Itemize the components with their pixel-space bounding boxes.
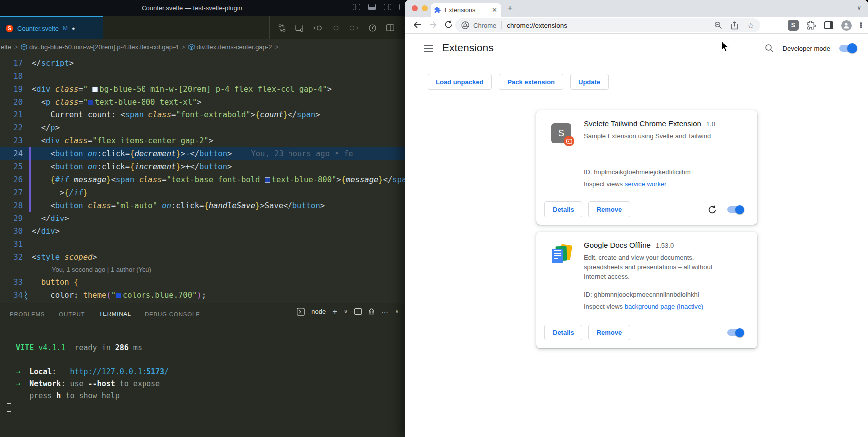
code-line: 23 <div class="flex items-center gap-2"> (0, 134, 414, 147)
extensions-puzzle-icon[interactable] (807, 21, 816, 30)
update-button[interactable]: Update (570, 74, 609, 90)
close-window-button[interactable] (412, 5, 418, 11)
code-line: 32<style scoped> (0, 251, 414, 264)
editor-actions: ⋯ (269, 16, 411, 39)
git-modified-gutter-bar (29, 199, 31, 212)
background-page-link[interactable]: background page (Inactive) (625, 303, 704, 310)
back-icon[interactable] (413, 20, 422, 29)
open-changes-icon[interactable] (278, 24, 286, 32)
nav-back-icon[interactable] (313, 24, 323, 32)
reload-extension-icon[interactable] (708, 205, 717, 214)
svelte-file-icon: S (6, 25, 13, 32)
side-panel-icon[interactable] (824, 21, 833, 29)
code-line: 19<div class=" bg-blue-50 min-w-[20rem] … (0, 83, 414, 96)
load-unpacked-button[interactable]: Load unpacked (428, 74, 492, 90)
line-number: 30 (0, 225, 23, 238)
toggle-secondary-sidebar-icon[interactable] (384, 4, 391, 10)
color-swatch-decorator (88, 100, 93, 105)
share-icon[interactable] (731, 21, 738, 30)
shell-label[interactable]: node (311, 308, 326, 315)
toolbar-right-actions: S ••• (788, 20, 862, 31)
extension-version: 1.0 (706, 120, 715, 128)
nav-current-icon (332, 24, 340, 32)
panel-tab-debug-console[interactable]: DEBUG CONSOLE (145, 311, 200, 322)
forward-icon (429, 20, 437, 29)
url-text[interactable]: chrome://extensions (507, 22, 567, 29)
remove-button[interactable]: Remove (588, 325, 631, 340)
new-terminal-icon[interactable]: + (332, 307, 337, 316)
tab-modified-marker: M (63, 25, 68, 32)
open-preview-icon[interactable] (295, 24, 304, 32)
tab-search-chevron-icon[interactable]: ∨ (857, 4, 861, 11)
pack-extension-button[interactable]: Pack extension (499, 74, 563, 90)
tab-dirty-indicator[interactable]: ● (72, 25, 75, 31)
tab-counter-svelte[interactable]: S Counter.svelte M ● (0, 16, 103, 39)
extension-version: 1.53.0 (656, 242, 674, 249)
menu-hamburger-icon[interactable] (424, 45, 433, 54)
reload-icon[interactable] (444, 20, 453, 29)
extension-id: ID: hnplmcaikgfoehmeiejokedfificiihm (584, 168, 691, 176)
panel-tab-output[interactable]: OUTPUT (59, 311, 85, 322)
panel-tab-problems[interactable]: PROBLEMS (10, 311, 45, 322)
breadcrumb-separator: > (14, 44, 18, 51)
kill-terminal-trash-icon[interactable] (368, 308, 375, 315)
breadcrumb-node-outer-div[interactable]: div..bg-blue-50.min-w-[20rem].p-4.flex.f… (21, 43, 179, 51)
pinned-svelte-extension-icon[interactable]: S (788, 20, 799, 31)
line-number: 32 (0, 251, 23, 264)
omnibox-divider (501, 21, 502, 29)
git-codelens[interactable]: You, 1 second ago | 1 author (You) (0, 264, 414, 276)
terminal-output[interactable]: VITE v4.1.1 ready in 286 ms → Local: htt… (0, 322, 414, 414)
terminal-cursor (7, 403, 11, 412)
git-modified-gutter-bar (29, 147, 31, 160)
line-number: 17 (0, 57, 23, 70)
line-number: 23 (0, 134, 23, 147)
extensions-header: Extensions Developer mode (405, 34, 868, 63)
service-worker-link[interactable]: service worker (625, 180, 667, 188)
chrome-menu-icon[interactable]: ••• (860, 22, 862, 28)
breadcrumb-node-inner-div[interactable]: div.flex.items-center.gap-2 (188, 43, 272, 51)
site-label: Chrome (473, 22, 496, 29)
extension-name-row: Google Docs Offline1.53.0 (584, 241, 674, 249)
details-button[interactable]: Details (544, 325, 582, 340)
terminal-dropdown-icon[interactable]: ∨ (344, 309, 348, 314)
code-editor[interactable]: 17</script>1819<div class=" bg-blue-50 m… (0, 57, 414, 303)
timeline-run-icon[interactable] (368, 24, 377, 32)
extension-enabled-toggle[interactable] (727, 206, 743, 213)
toggle-sidebar-icon[interactable] (353, 4, 360, 10)
chrome-tab-strip: Extensions ✕ + ∨ (405, 0, 868, 17)
extension-name: Google Docs Offline (584, 241, 651, 249)
terminal-line (7, 354, 414, 366)
panel-tab-terminal[interactable]: TERMINAL (99, 311, 131, 322)
color-swatch-decorator (116, 293, 121, 298)
omnibox[interactable]: Chrome chrome://extensions ☆ (455, 18, 760, 32)
maximize-panel-icon[interactable]: ∧ (395, 309, 399, 314)
line-number: 29 (0, 212, 23, 225)
extensions-favicon-puzzle-icon (434, 7, 441, 14)
new-tab-button[interactable]: + (507, 3, 513, 14)
search-icon[interactable] (765, 44, 774, 53)
bookmark-star-icon[interactable]: ☆ (747, 21, 754, 30)
line-number: 34 (0, 289, 23, 302)
line-number: 18 (0, 70, 23, 83)
line-number: 19 (0, 83, 23, 96)
code-line: 22 </p> (0, 121, 414, 134)
symbol-cube-icon (188, 44, 195, 50)
split-terminal-icon[interactable] (354, 308, 362, 315)
vscode-titlebar: Counter.svelte — test-svelte-plugin (0, 0, 414, 16)
details-button[interactable]: Details (544, 201, 582, 217)
split-editor-icon[interactable] (386, 24, 394, 31)
developer-mode-toggle[interactable] (839, 45, 856, 52)
toggle-panel-icon[interactable] (368, 4, 376, 10)
zoom-icon[interactable] (714, 21, 722, 29)
remove-button[interactable]: Remove (588, 201, 631, 217)
browser-tab-extensions[interactable]: Extensions ✕ (431, 3, 501, 17)
color-swatch-decorator (92, 87, 98, 92)
panel-more-icon[interactable]: ⋯ (381, 308, 388, 315)
extension-enabled-toggle[interactable] (727, 329, 743, 336)
minimize-window-button[interactable] (422, 5, 428, 11)
close-tab-icon[interactable]: ✕ (492, 6, 497, 14)
breadcrumb[interactable]: elte > div..bg-blue-50.min-w-[20rem].p-4… (0, 39, 414, 55)
developer-mode-label: Developer mode (783, 45, 830, 52)
breadcrumb-file-tail[interactable]: elte (1, 43, 11, 51)
profile-avatar[interactable] (841, 20, 852, 31)
